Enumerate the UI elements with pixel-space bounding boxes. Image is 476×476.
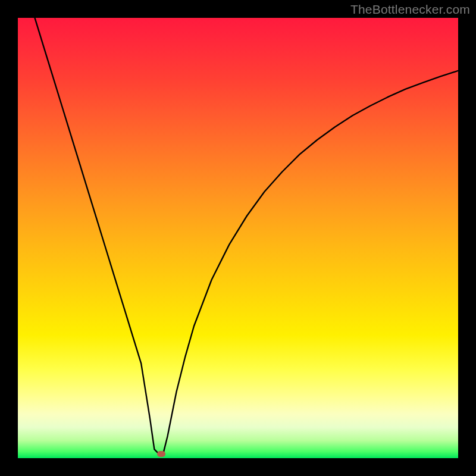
chart-frame: TheBottlenecker.com (0, 0, 476, 476)
minimum-marker (157, 451, 165, 457)
watermark-text: TheBottlenecker.com (350, 2, 470, 17)
curve-svg (18, 18, 458, 458)
chart-plot-area (18, 18, 458, 458)
bottleneck-curve (18, 18, 458, 454)
